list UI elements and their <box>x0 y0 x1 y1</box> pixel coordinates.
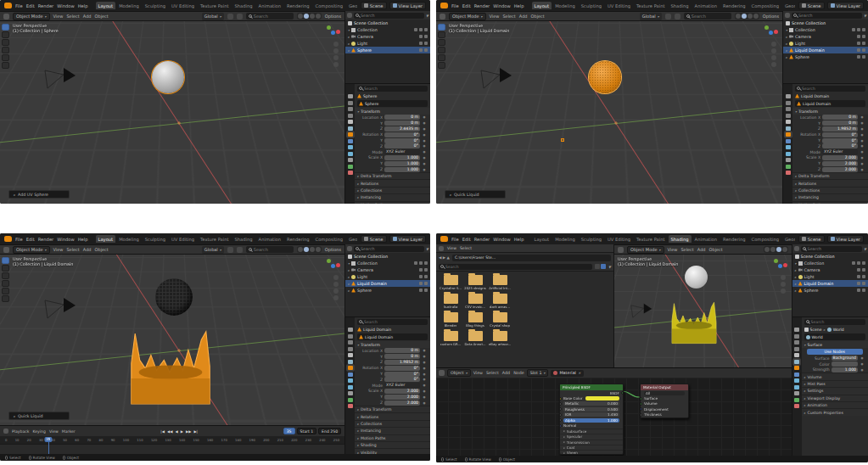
animate-decorator-icon[interactable]: ● <box>422 115 428 119</box>
property-value-field[interactable]: 0° <box>384 366 420 371</box>
tool-button[interactable] <box>2 265 9 272</box>
filter-icon[interactable]: ▼ <box>864 14 866 18</box>
base-color-socket-icon[interactable] <box>559 397 562 400</box>
file-nav-buttons[interactable]: ◀ ▶ ▲ <box>439 255 450 260</box>
hide-icon[interactable] <box>857 42 860 45</box>
properties-search[interactable]: Search <box>804 319 865 325</box>
animate-decorator-icon[interactable]: ● <box>422 139 428 143</box>
bsdf-output-socket-icon[interactable] <box>621 392 624 395</box>
animate-decorator-icon[interactable]: ● <box>422 144 428 148</box>
mode-dropdown[interactable]: Object Mode▾ <box>627 246 664 254</box>
expand-arrow-icon[interactable]: ▸ <box>786 55 787 59</box>
properties-search[interactable]: Search <box>357 319 428 325</box>
render-visibility-icon[interactable] <box>424 289 428 292</box>
expand-arrow-icon[interactable]: ▸ <box>348 48 350 53</box>
menu-item[interactable]: Add <box>502 371 510 375</box>
editor-type-icon[interactable] <box>347 13 352 18</box>
exclude-checkbox-icon[interactable] <box>852 261 855 265</box>
menu-item[interactable]: View <box>490 14 500 19</box>
menu-item[interactable]: Node <box>513 371 524 375</box>
node-title[interactable]: Material Output <box>641 384 688 390</box>
shading-mode-toggles[interactable] <box>297 246 322 253</box>
properties-section-header[interactable]: ▸ Collections <box>355 187 430 193</box>
playback-button[interactable]: ▶▶ <box>186 429 191 434</box>
scene-selector[interactable]: Scene <box>361 235 387 243</box>
scene-selector[interactable]: Scene <box>798 2 825 9</box>
tool-button[interactable] <box>2 295 9 302</box>
properties-tab-icon[interactable] <box>786 139 791 143</box>
expand-arrow-icon[interactable]: ▸ <box>348 42 350 46</box>
animate-decorator-icon[interactable]: ● <box>422 355 428 358</box>
node-input-row[interactable]: Thickness <box>641 412 688 417</box>
folder-item[interactable]: Australia <box>440 294 462 309</box>
viewport-search[interactable]: Search <box>684 13 731 20</box>
editor-type-icon[interactable] <box>439 370 445 376</box>
workspace-tab[interactable]: Modeling <box>552 2 578 9</box>
expand-arrow-icon[interactable]: ▸ <box>786 48 787 53</box>
properties-section-header[interactable]: ▸ Collections <box>355 420 430 427</box>
folder-item[interactable]: Blog things <box>464 312 486 328</box>
tool-button[interactable] <box>2 54 9 61</box>
use-nodes-button[interactable]: Use Nodes <box>807 349 863 355</box>
menu-item[interactable]: Help <box>514 3 524 8</box>
camera-view-icon[interactable] <box>333 55 339 60</box>
menu-item[interactable]: Select <box>680 247 693 252</box>
properties-section-header[interactable]: ▸ Viewport Display <box>802 395 868 401</box>
properties-tab-icon[interactable] <box>348 385 353 389</box>
surface-section-header[interactable]: ▾Surface <box>802 341 868 348</box>
workspace-tab[interactable]: Sculpting <box>579 2 604 9</box>
menu-item[interactable]: Object <box>95 14 109 19</box>
workspace-tab[interactable]: Animation <box>692 235 720 243</box>
expand-arrow-icon[interactable]: ▸ <box>795 268 797 272</box>
mode-dropdown[interactable]: Object Mode▾ <box>13 13 50 20</box>
hide-icon[interactable] <box>419 268 423 272</box>
menu-item[interactable]: Keying <box>33 429 46 434</box>
collection-row[interactable]: ▾ Collection <box>345 260 430 266</box>
menu-item[interactable]: Render <box>474 3 490 8</box>
menu-item[interactable]: File <box>451 237 459 242</box>
animate-decorator-icon[interactable]: ● <box>860 144 865 148</box>
expand-arrow-icon[interactable]: ▸ <box>348 268 350 272</box>
workspace-tab[interactable]: Sculpting <box>579 235 604 243</box>
tool-button[interactable] <box>438 31 445 38</box>
menu-item[interactable]: View <box>447 246 456 250</box>
proportional-edit-icon[interactable] <box>237 247 243 253</box>
object-datablock-field[interactable]: Sphere <box>357 100 428 107</box>
properties-tab-icon[interactable] <box>786 94 791 98</box>
workspace-tab[interactable]: Rendering <box>720 235 748 243</box>
expand-arrow-icon[interactable]: ▸ <box>348 289 350 293</box>
hide-icon[interactable] <box>419 261 423 265</box>
animate-decorator-icon[interactable]: ● <box>422 361 428 364</box>
playhead-frame-label[interactable]: 35 <box>44 437 52 442</box>
property-value-field[interactable]: 2.000 <box>384 395 420 400</box>
render-visibility-icon[interactable] <box>862 28 865 31</box>
shading-mode-toggles[interactable] <box>764 246 788 253</box>
properties-section-header[interactable]: ▸ Animation <box>802 401 868 408</box>
property-value-field[interactable]: 0 m <box>384 115 420 120</box>
shading-mode-toggles[interactable] <box>735 13 759 20</box>
properties-tab-icon[interactable] <box>786 165 791 169</box>
node-socket-icon[interactable] <box>640 413 642 416</box>
mode-dropdown[interactable]: Object Mode▾ <box>13 246 50 254</box>
principled-bsdf-node[interactable]: Principled BSDF BSDF Base Color Metallic… <box>559 384 624 455</box>
properties-tab-icon[interactable] <box>348 145 353 149</box>
workspace-tab[interactable]: Geometry Nodes <box>782 235 795 243</box>
property-value-field[interactable]: 0° <box>822 143 858 148</box>
outliner-search[interactable]: Search <box>792 13 862 19</box>
workspace-tab[interactable]: Modeling <box>116 2 142 9</box>
outliner-item[interactable]: ▸ Liquid Domain <box>345 280 430 287</box>
normal-socket-icon[interactable] <box>559 424 562 427</box>
filter-icon[interactable]: ▼ <box>426 14 428 18</box>
menu-item[interactable]: Playback <box>12 429 30 434</box>
folder-item[interactable]: Blender <box>440 312 462 328</box>
workspace-tab[interactable]: Modeling <box>116 235 142 243</box>
properties-tab-icon[interactable] <box>794 378 799 383</box>
tool-button[interactable] <box>2 257 9 264</box>
properties-tab-icon[interactable] <box>786 152 791 156</box>
properties-tab-icon[interactable] <box>786 107 791 111</box>
workspace-tab[interactable]: Compositing <box>749 2 782 9</box>
menu-item[interactable]: Help <box>78 237 88 242</box>
display-mode-icons[interactable] <box>595 264 606 269</box>
properties-section-header[interactable]: ▸ Delta Transform <box>792 172 868 179</box>
frame-start-field[interactable]: Start 1 <box>297 428 317 434</box>
